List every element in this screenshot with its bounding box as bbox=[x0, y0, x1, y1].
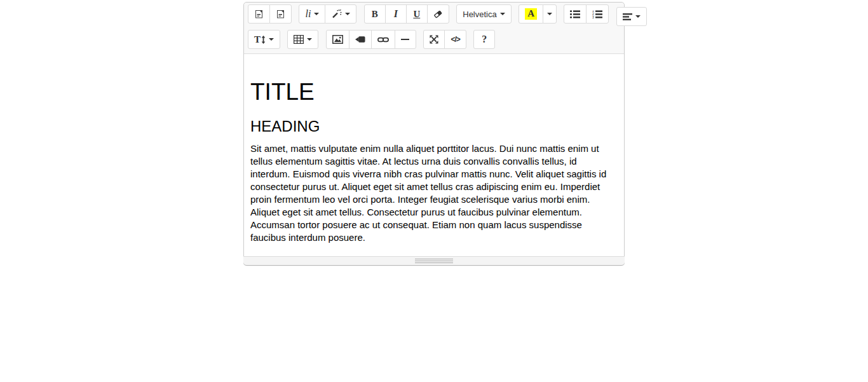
fullscreen-button[interactable] bbox=[423, 30, 445, 49]
bold-icon: B bbox=[372, 10, 378, 19]
color-group: A bbox=[519, 4, 557, 24]
font-family-label: Helvetica bbox=[463, 10, 496, 19]
toolbar-row-1: li bbox=[248, 4, 621, 26]
paragraph-group bbox=[616, 7, 647, 26]
unordered-list-icon bbox=[570, 10, 580, 18]
color-dropdown-button[interactable] bbox=[543, 4, 557, 24]
note-document-button-1[interactable] bbox=[248, 4, 270, 24]
height-group: T bbox=[248, 30, 280, 49]
insert-video-button[interactable] bbox=[349, 30, 372, 49]
fullscreen-icon bbox=[430, 35, 438, 44]
editor-content-area[interactable]: TITLE HEADING Sit amet, mattis vulputate… bbox=[244, 54, 624, 256]
document-icon bbox=[276, 9, 285, 19]
editor-statusbar bbox=[243, 256, 625, 266]
caret-down-icon bbox=[269, 38, 274, 41]
italic-icon: I bbox=[394, 9, 398, 19]
line-height-dropdown-button[interactable]: T bbox=[248, 30, 280, 49]
magic-style-dropdown-button[interactable] bbox=[325, 4, 356, 24]
caret-down-icon bbox=[547, 13, 552, 15]
paragraph-align-dropdown-button[interactable] bbox=[616, 7, 647, 26]
editor-toolbar: li bbox=[244, 3, 624, 54]
horizontal-rule-button[interactable] bbox=[395, 30, 416, 49]
picture-icon bbox=[332, 35, 343, 44]
font-color-icon: A bbox=[525, 8, 537, 20]
eraser-icon bbox=[433, 10, 443, 18]
codeview-button[interactable]: </> bbox=[444, 30, 466, 49]
content-paragraph[interactable]: Sit amet, mattis vulputate enim nulla al… bbox=[250, 142, 616, 244]
font-color-button[interactable]: A bbox=[519, 4, 543, 24]
svg-text:3: 3 bbox=[592, 15, 594, 18]
list-group: 1 2 3 bbox=[564, 4, 609, 24]
view-group: </> bbox=[423, 30, 466, 49]
caret-down-icon bbox=[314, 13, 319, 15]
fontname-group: Helvetica bbox=[456, 4, 511, 24]
content-title[interactable]: TITLE bbox=[250, 79, 618, 106]
table-group bbox=[287, 30, 318, 49]
unordered-list-button[interactable] bbox=[564, 4, 587, 24]
font-group: B I U bbox=[364, 4, 449, 24]
caret-down-icon bbox=[345, 13, 350, 15]
note-document-button-2[interactable] bbox=[269, 4, 292, 24]
align-icon bbox=[623, 13, 632, 20]
bold-button[interactable]: B bbox=[364, 4, 386, 24]
insert-link-button[interactable] bbox=[371, 30, 395, 49]
up-down-arrow-icon bbox=[261, 36, 266, 44]
document-icon bbox=[254, 9, 264, 19]
link-icon bbox=[377, 36, 389, 43]
codeview-icon: </> bbox=[451, 35, 459, 44]
underline-button[interactable]: U bbox=[406, 4, 428, 24]
line-height-icon: T bbox=[254, 35, 261, 44]
table-dropdown-button[interactable] bbox=[287, 30, 318, 49]
ordered-list-button[interactable]: 1 2 3 bbox=[586, 4, 609, 24]
ordered-list-icon: 1 2 3 bbox=[592, 10, 602, 18]
caret-down-icon bbox=[500, 13, 505, 15]
font-style-dropdown-button[interactable]: li bbox=[299, 4, 325, 24]
italic-button[interactable]: I bbox=[385, 4, 407, 24]
video-icon bbox=[355, 36, 365, 43]
resize-handle[interactable] bbox=[415, 259, 453, 263]
font-family-dropdown-button[interactable]: Helvetica bbox=[456, 4, 511, 24]
underline-icon: U bbox=[413, 10, 420, 19]
note-buttons-group bbox=[248, 4, 292, 24]
caret-down-icon bbox=[307, 38, 312, 41]
table-icon bbox=[294, 35, 304, 44]
caret-down-icon bbox=[635, 15, 641, 18]
help-group: ? bbox=[473, 30, 495, 49]
content-heading[interactable]: HEADING bbox=[250, 118, 618, 135]
insert-picture-button[interactable] bbox=[326, 30, 349, 49]
rich-text-editor: li bbox=[243, 2, 625, 266]
style-group: li bbox=[299, 4, 356, 24]
magic-wand-icon bbox=[331, 9, 342, 19]
help-button[interactable]: ? bbox=[473, 30, 495, 49]
toolbar-row-2: T bbox=[248, 30, 621, 49]
font-style-icon: li bbox=[305, 9, 311, 19]
help-icon: ? bbox=[482, 34, 487, 45]
insert-group bbox=[326, 30, 416, 49]
clear-format-button[interactable] bbox=[427, 4, 449, 24]
horizontal-rule-icon bbox=[401, 39, 409, 40]
